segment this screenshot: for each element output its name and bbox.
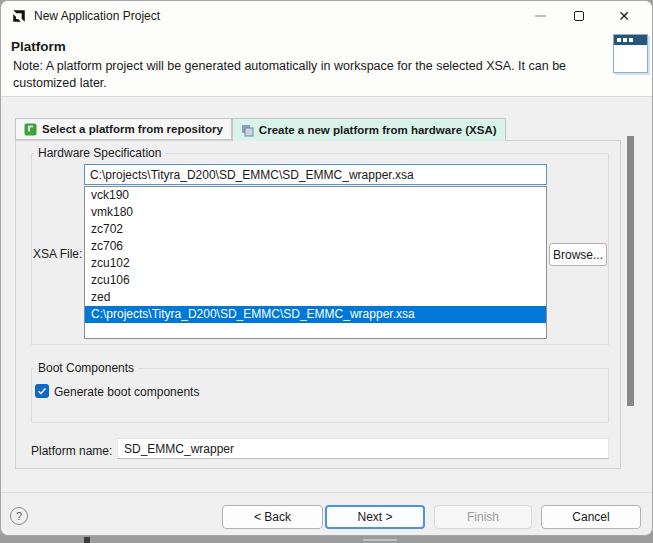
wizard-header: Platform Note: A platform project will b… [1, 31, 652, 97]
list-item[interactable]: zed [85, 289, 546, 306]
finish-button-disabled[interactable]: Finish [434, 505, 532, 529]
checkmark-icon [37, 386, 47, 396]
list-item[interactable]: zc702 [85, 221, 546, 238]
minimize-icon [535, 15, 546, 17]
vertical-scrollbar-thumb[interactable] [627, 136, 634, 406]
wizard-window-icon-titlebar [614, 35, 647, 45]
maximize-icon [574, 11, 584, 21]
platform-repo-green-icon [24, 123, 37, 136]
tab-create-platform-from-hardware[interactable]: Create a new platform from hardware (XSA… [232, 118, 506, 141]
list-item[interactable]: vck190 [85, 187, 546, 204]
browse-button[interactable]: Browse... [549, 243, 607, 266]
wizard-window-icon [613, 34, 648, 73]
hardware-group-label: Hardware Specification [34, 146, 165, 160]
amd-logo-icon [11, 8, 27, 24]
xsa-file-dropdown-list: vck190 vmk180 zc702 zc706 zcu102 zcu106 … [84, 186, 547, 339]
window-title: New Application Project [34, 9, 160, 23]
minimize-button[interactable] [523, 1, 557, 31]
boot-group-label: Boot Components [34, 361, 138, 375]
close-button[interactable]: ✕ [607, 1, 641, 31]
back-button[interactable]: < Back [222, 505, 323, 529]
next-button[interactable]: Next > [325, 505, 425, 529]
xsa-file-label: XSA File: [33, 247, 82, 261]
new-application-project-dialog: New Application Project ✕ Platform Note:… [0, 0, 653, 536]
titlebar: New Application Project ✕ [1, 1, 652, 31]
cancel-button[interactable]: Cancel [541, 505, 641, 529]
background-window-artifact [84, 537, 90, 543]
page-title: Platform [11, 39, 66, 54]
list-item-selected[interactable]: C:\projects\Tityra_D200\SD_EMMC\SD_EMMC_… [85, 306, 546, 323]
platform-name-input[interactable] [117, 438, 609, 459]
xsa-file-combo-input[interactable] [84, 164, 547, 185]
generate-boot-components-label: Generate boot components [54, 385, 199, 399]
tab-label: Create a new platform from hardware (XSA… [259, 124, 497, 136]
list-item[interactable]: vmk180 [85, 204, 546, 221]
tab-strip: Select a platform from repository Create… [15, 118, 506, 141]
list-item[interactable]: zcu102 [85, 255, 546, 272]
footer-divider [1, 492, 652, 493]
list-item[interactable]: zc706 [85, 238, 546, 255]
platform-name-label: Platform name: [31, 444, 112, 458]
new-platform-hw-icon [241, 124, 254, 137]
help-button[interactable]: ? [10, 507, 28, 525]
list-item[interactable]: zcu106 [85, 272, 546, 289]
close-icon: ✕ [618, 9, 630, 23]
page-note: Note: A platform project will be generat… [13, 58, 591, 92]
tab-select-platform-from-repository[interactable]: Select a platform from repository [15, 118, 232, 140]
background-window-artifact [363, 539, 397, 541]
generate-boot-components-checkbox[interactable] [35, 384, 49, 398]
maximize-button[interactable] [562, 1, 596, 31]
tab-label: Select a platform from repository [42, 123, 223, 135]
help-icon: ? [16, 510, 22, 522]
